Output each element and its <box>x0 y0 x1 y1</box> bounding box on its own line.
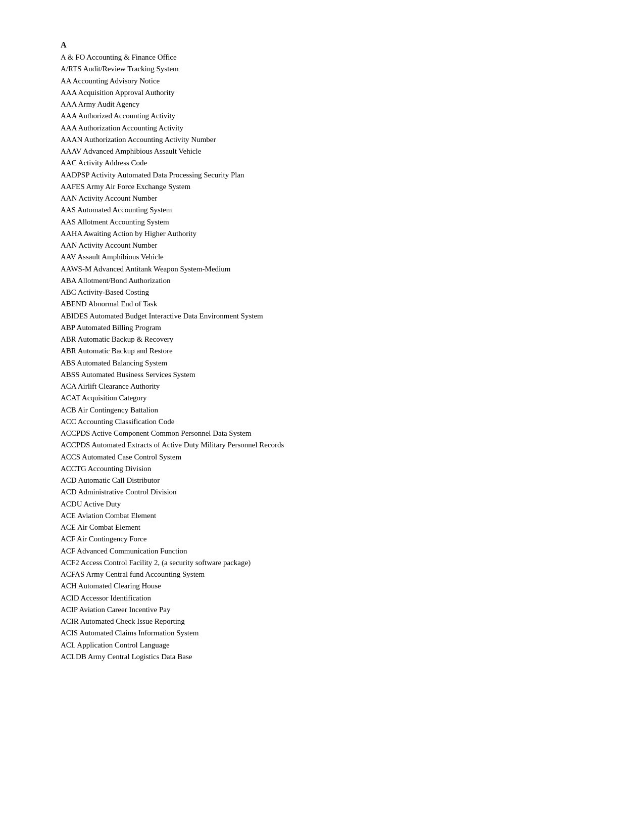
list-item: ACAT Acquisition Category <box>61 392 583 404</box>
list-item: AAC Activity Address Code <box>61 157 583 169</box>
list-item: AAA Authorization Accounting Activity <box>61 122 583 134</box>
list-item: AADPSP Activity Automated Data Processin… <box>61 169 583 181</box>
list-item: ACF2 Access Control Facility 2, (a secur… <box>61 557 583 569</box>
list-item: AAN Activity Account Number <box>61 240 583 251</box>
list-item: ACDU Active Duty <box>61 498 583 510</box>
list-item: AAHA Awaiting Action by Higher Authority <box>61 228 583 240</box>
list-item: AAAN Authorization Accounting Activity N… <box>61 134 583 146</box>
list-item: ABS Automated Balancing System <box>61 357 583 369</box>
list-item: AA Accounting Advisory Notice <box>61 75 583 87</box>
list-item: ACB Air Contingency Battalion <box>61 404 583 416</box>
list-item: ACFAS Army Central fund Accounting Syste… <box>61 569 583 580</box>
list-item: ACLDB Army Central Logistics Data Base <box>61 651 583 663</box>
list-item: ACCPDS Active Component Common Personnel… <box>61 428 583 439</box>
list-item: AAWS-M Advanced Antitank Weapon System-M… <box>61 263 583 275</box>
list-item: ABP Automated Billing Program <box>61 322 583 334</box>
list-item: ACE Aviation Combat Element <box>61 510 583 522</box>
list-item: ABEND Abnormal End of Task <box>61 298 583 310</box>
list-item: ABC Activity-Based Costing <box>61 287 583 298</box>
list-item: ACCPDS Automated Extracts of Active Duty… <box>61 439 583 451</box>
list-item: ABSS Automated Business Services System <box>61 369 583 381</box>
list-item: AAA Authorized Accounting Activity <box>61 110 583 122</box>
list-item: AAN Activity Account Number <box>61 193 583 204</box>
list-item: ACD Automatic Call Distributor <box>61 475 583 486</box>
list-item: ACID Accessor Identification <box>61 592 583 604</box>
list-item: ACH Automated Clearing House <box>61 580 583 592</box>
list-item: ACCTG Accounting Division <box>61 463 583 475</box>
list-item: ACA Airlift Clearance Authority <box>61 381 583 392</box>
list-item: ABIDES Automated Budget Interactive Data… <box>61 310 583 322</box>
entries-list: A & FO Accounting & Finance OfficeA/RTS … <box>61 52 583 663</box>
list-item: AAFES Army Air Force Exchange System <box>61 181 583 193</box>
list-item: ABR Automatic Backup & Recovery <box>61 334 583 345</box>
list-item: ACIS Automated Claims Information System <box>61 627 583 639</box>
list-item: ACL Application Control Language <box>61 639 583 651</box>
list-item: A/RTS Audit/Review Tracking System <box>61 63 583 75</box>
list-item: AAV Assault Amphibious Vehicle <box>61 251 583 263</box>
list-item: ACE Air Combat Element <box>61 522 583 533</box>
list-item: AAA Army Audit Agency <box>61 99 583 110</box>
list-item: ABR Automatic Backup and Restore <box>61 345 583 357</box>
list-item: ACF Advanced Communication Function <box>61 545 583 557</box>
list-item: AAS Allotment Accounting System <box>61 216 583 228</box>
list-item: AAAV Advanced Amphibious Assault Vehicle <box>61 146 583 157</box>
list-item: AAA Acquisition Approval Authority <box>61 87 583 99</box>
list-item: ACD Administrative Control Division <box>61 486 583 498</box>
list-item: A & FO Accounting & Finance Office <box>61 52 583 63</box>
list-item: ACF Air Contingency Force <box>61 533 583 545</box>
list-item: ABA Allotment/Bond Authorization <box>61 275 583 287</box>
section-letter: A <box>61 40 583 50</box>
list-item: ACCS Automated Case Control System <box>61 451 583 463</box>
page-content: A A & FO Accounting & Finance OfficeA/RT… <box>61 40 583 663</box>
list-item: ACIP Aviation Career Incentive Pay <box>61 604 583 616</box>
list-item: ACC Accounting Classification Code <box>61 416 583 428</box>
list-item: ACIR Automated Check Issue Reporting <box>61 616 583 627</box>
list-item: AAS Automated Accounting System <box>61 204 583 216</box>
